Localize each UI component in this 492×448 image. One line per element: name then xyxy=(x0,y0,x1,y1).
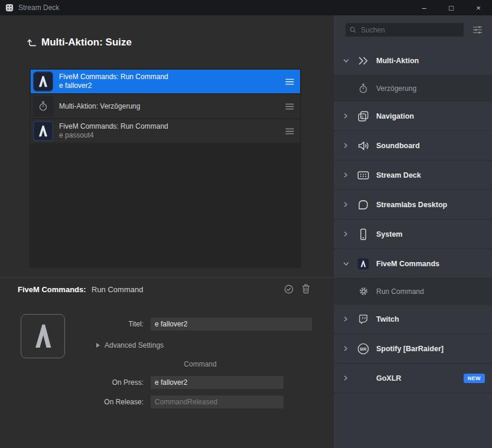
title-input[interactable] xyxy=(151,318,312,331)
category-label: Soundboard xyxy=(376,142,420,150)
soundboard-icon xyxy=(356,139,370,153)
fivem-icon xyxy=(33,121,53,141)
chevron-down-icon[interactable] xyxy=(343,58,351,64)
advanced-settings-toggle[interactable]: Advanced Settings xyxy=(96,341,164,349)
sidebar-category-spotify-barraider[interactable]: BRSpotify [BarRaider] xyxy=(334,334,492,364)
action-label: Verzögerung xyxy=(376,84,416,93)
svg-text:BR: BR xyxy=(360,346,367,352)
system-icon xyxy=(356,227,370,241)
action-list-item[interactable]: FiveM Commands: Run Commande fallover2 xyxy=(31,70,300,93)
multiaction-icon xyxy=(356,54,370,68)
drag-handle-icon[interactable] xyxy=(285,79,294,85)
on-release-input[interactable] xyxy=(151,395,284,408)
expand-triangle-icon xyxy=(96,343,100,348)
actions-sidebar: Multi-AktionVerzögerungNavigationSoundbo… xyxy=(334,15,492,448)
sidebar-category-streamlabs-desktop[interactable]: Streamlabs Desktop xyxy=(334,190,492,220)
fivem-icon xyxy=(33,71,53,91)
chevron-right-icon[interactable] xyxy=(343,202,351,207)
category-label: Stream Deck xyxy=(376,171,421,179)
on-press-label: On Press: xyxy=(59,378,144,387)
command-section-label: Command xyxy=(89,360,312,368)
on-press-input[interactable] xyxy=(151,376,284,389)
trash-icon[interactable] xyxy=(302,284,310,293)
category-label: System xyxy=(376,230,402,238)
streamlabs-icon xyxy=(356,198,370,212)
action-key-icon xyxy=(21,314,65,358)
chevron-right-icon[interactable] xyxy=(343,231,351,237)
action-title: Multi-Aktion: Verzögerung xyxy=(59,102,140,111)
action-list-item[interactable]: Multi-Aktion: Verzögerung xyxy=(31,94,300,118)
fivem-logo-icon xyxy=(27,320,60,353)
new-badge: NEW xyxy=(464,374,485,383)
action-subtitle: e fallover2 xyxy=(59,81,168,90)
titlebar: Stream Deck – □ × xyxy=(0,0,492,15)
search-box[interactable] xyxy=(346,23,464,37)
sidebar-category-soundboard[interactable]: Soundboard xyxy=(334,131,492,161)
chevron-right-icon[interactable] xyxy=(343,143,351,148)
sidebar-category-system[interactable]: System xyxy=(334,220,492,249)
sidebar-action-verz-gerung[interactable]: Verzögerung xyxy=(334,76,492,102)
stream-deck-logo-icon xyxy=(5,4,14,12)
inspector-action-name: Run Command xyxy=(92,285,143,294)
category-label: Multi-Aktion xyxy=(376,57,419,65)
multi-action-step-list: FiveM Commands: Run Commande fallover2 M… xyxy=(30,68,301,268)
sidebar-action-run-command[interactable]: Run Command xyxy=(334,279,492,305)
gear-icon xyxy=(356,285,370,299)
streamdeck-icon xyxy=(356,168,370,182)
action-title: FiveM Commands: Run Command xyxy=(59,73,168,81)
category-label: FiveM Commands xyxy=(376,260,439,268)
category-label: Streamlabs Desktop xyxy=(376,201,447,209)
category-label: Spotify [BarRaider] xyxy=(376,345,444,353)
category-label: GoXLR xyxy=(376,374,401,382)
check-circle-icon[interactable] xyxy=(284,285,294,294)
inspector-plugin-name: FiveM Commands: xyxy=(18,285,86,294)
action-title: FiveM Commands: Run Command xyxy=(59,122,168,131)
category-label: Twitch xyxy=(376,315,399,323)
twitch-icon xyxy=(356,312,370,326)
action-list-item[interactable]: FiveM Commands: Run Commande passout4 xyxy=(31,119,300,143)
sidebar-category-stream-deck[interactable]: Stream Deck xyxy=(334,161,492,190)
chevron-right-icon[interactable] xyxy=(343,113,351,119)
action-label: Run Command xyxy=(376,287,424,296)
search-icon xyxy=(349,26,357,34)
category-label: Navigation xyxy=(376,112,414,120)
sidebar-category-navigation[interactable]: Navigation xyxy=(334,102,492,131)
inspector-divider xyxy=(0,277,334,278)
chevron-right-icon[interactable] xyxy=(343,172,351,178)
chevron-right-icon[interactable] xyxy=(343,316,351,322)
fivem-sm-icon xyxy=(356,257,370,271)
maximize-button[interactable]: □ xyxy=(438,0,465,15)
spotify-br-icon: BR xyxy=(356,342,370,356)
action-text: Multi-Aktion: Verzögerung xyxy=(59,102,140,111)
minimize-button[interactable]: – xyxy=(410,0,438,15)
list-options-icon[interactable] xyxy=(473,25,483,34)
delay-icon xyxy=(33,96,53,116)
window-title: Stream Deck xyxy=(18,4,59,12)
main-pane: Multi-Aktion: Suize FiveM Commands: Run … xyxy=(0,15,334,448)
advanced-settings-label: Advanced Settings xyxy=(105,341,164,349)
action-category-list: Multi-AktionVerzögerungNavigationSoundbo… xyxy=(334,46,492,393)
title-field-label: Titel: xyxy=(59,320,144,328)
navigation-icon xyxy=(356,109,370,123)
chevron-right-icon[interactable] xyxy=(343,375,351,381)
window-controls: – □ × xyxy=(410,0,492,15)
action-text: FiveM Commands: Run Commande fallover2 xyxy=(59,73,168,90)
drag-handle-icon[interactable] xyxy=(285,128,294,135)
delay-icon xyxy=(356,81,370,96)
sidebar-category-multi-aktion[interactable]: Multi-Aktion xyxy=(334,46,492,76)
chevron-down-icon[interactable] xyxy=(343,261,351,267)
on-release-label: On Release: xyxy=(59,398,144,406)
sidebar-category-twitch[interactable]: Twitch xyxy=(334,305,492,334)
sidebar-category-fivem-commands[interactable]: FiveM Commands xyxy=(334,249,492,279)
action-text: FiveM Commands: Run Commande passout4 xyxy=(59,122,168,140)
action-subtitle: e passout4 xyxy=(59,131,168,140)
sidebar-category-goxlr[interactable]: GoXLRNEW xyxy=(334,364,492,393)
close-button[interactable]: × xyxy=(465,0,492,15)
page-title: Multi-Aktion: Suize xyxy=(41,37,132,48)
search-input[interactable] xyxy=(360,25,460,35)
chevron-right-icon[interactable] xyxy=(343,346,351,351)
drag-handle-icon[interactable] xyxy=(285,103,294,110)
back-button[interactable] xyxy=(27,38,37,47)
icon-placeholder xyxy=(356,371,370,385)
